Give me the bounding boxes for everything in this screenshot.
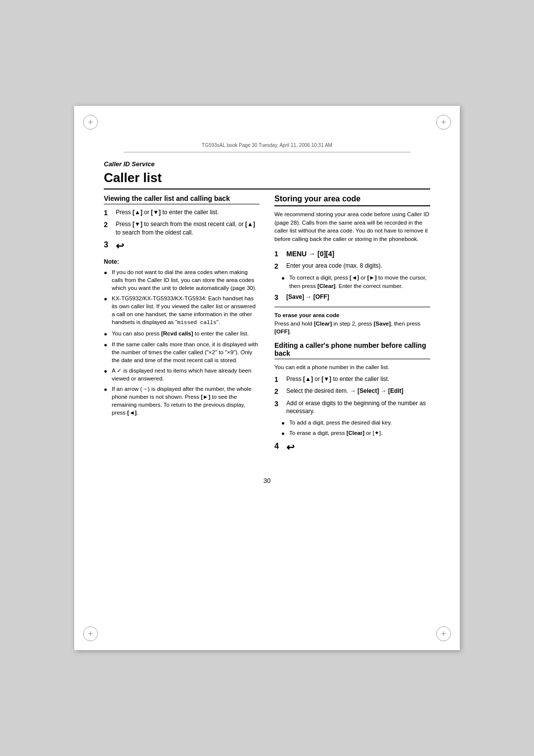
edit-bullet-1: ● To add a digit, press the desired dial…: [281, 419, 430, 427]
note-bullet-6: ● If an arrow (→) is displayed after the…: [104, 385, 260, 417]
edit-step-3-number: 3: [274, 399, 283, 408]
edit-step-2: 2 Select the desired item. → [Select] → …: [274, 387, 430, 396]
storing-intro: We recommend storing your area code befo…: [274, 210, 430, 243]
step-1-text: Press [▲] or [▼] to enter the caller lis…: [116, 208, 260, 217]
crop-mark-br: [436, 626, 451, 641]
step-1-number: 1: [104, 208, 113, 217]
section-header: Caller ID Service: [104, 160, 155, 168]
edit-step-2-number: 2: [274, 387, 283, 396]
storing-step-2-bullet: ● To correct a digit, press [◄] or [►] t…: [281, 274, 430, 289]
erase-text: Press and hold [Clear] in step 2, press …: [274, 320, 430, 335]
step-3-number: 3: [104, 240, 113, 250]
bullet-2-dot: ●: [104, 295, 110, 303]
edit-step-4-number: 4: [274, 441, 283, 452]
left-column: Viewing the caller list and calling back…: [104, 194, 260, 457]
edit-step-4: 4 ↩: [274, 441, 430, 454]
edit-step-3-text: Add or erase digits to the beginning of …: [286, 399, 430, 416]
edit-bullet-1-text: To add a digit, press the desired dial k…: [289, 419, 430, 426]
step-3: 3 ↩: [104, 240, 260, 253]
save-step-number: 3: [274, 293, 283, 302]
menu-step-1-text: MENU → [0][4]: [286, 249, 430, 259]
edit-bullet-2-dot: ●: [281, 429, 287, 437]
document-page: TG593xAL.book Page 30 Tuesday, April 11,…: [74, 106, 460, 650]
edit-step-1: 1 Press [▲] or [▼] to enter the caller l…: [274, 375, 430, 384]
edit-step-1-number: 1: [274, 375, 283, 384]
note-title: Note:: [104, 258, 260, 266]
content-area: TG593xAL.book Page 30 Tuesday, April 11,…: [74, 106, 460, 472]
note-2-text: KX-TG5932/KX-TG5933/KX-TG5934: Each hand…: [112, 294, 260, 327]
edit-step-4-icon: ↩: [286, 440, 430, 454]
storing-step-2-text: Enter your area code (max. 8 digits).: [286, 262, 430, 270]
storing-step-2: 2 Enter your area code (max. 8 digits).: [274, 262, 430, 271]
bullet-5-dot: ●: [104, 367, 110, 375]
step-2-number: 2: [104, 220, 113, 229]
bullet-3-dot: ●: [104, 330, 110, 338]
note-bullet-2: ● KX-TG5932/KX-TG5933/KX-TG5934: Each ha…: [104, 294, 260, 327]
crop-mark-tl: [83, 115, 98, 130]
main-title: Caller list: [104, 170, 430, 189]
save-step-text: [Save] → [OFF]: [286, 293, 430, 301]
note-bullet-3: ● You can also press [Rcvd calls] to ent…: [104, 330, 260, 338]
step-1: 1 Press [▲] or [▼] to enter the caller l…: [104, 208, 260, 217]
menu-step-1: 1 MENU → [0][4]: [274, 249, 430, 259]
divider-1: [274, 307, 430, 307]
step-2-text: Press [▼] to search from the most recent…: [116, 220, 260, 237]
storing-bullet-text: To correct a digit, press [◄] or [►] to …: [289, 274, 430, 289]
page-number: 30: [74, 472, 460, 494]
note-section: Note: ● If you do not want to dial the a…: [104, 258, 260, 417]
editing-title: Editing a caller's phone number before c…: [274, 341, 430, 359]
note-5-text: A ✓ is displayed next to items which hav…: [112, 367, 260, 382]
right-column: Storing your area code We recommend stor…: [274, 194, 430, 457]
note-bullet-5: ● A ✓ is displayed next to items which h…: [104, 367, 260, 382]
edit-bullet-1-dot: ●: [281, 419, 287, 427]
step-2: 2 Press [▼] to search from the most rece…: [104, 220, 260, 237]
menu-step-1-number: 1: [274, 249, 283, 258]
edit-bullet-2: ● To erase a digit, press [Clear] or [✦]…: [281, 429, 430, 437]
crop-mark-bl: [83, 626, 98, 641]
viewing-title: Viewing the caller list and calling back: [104, 194, 260, 204]
storing-title: Storing your area code: [274, 194, 430, 206]
edit-step-2-text: Select the desired item. → [Select] → [E…: [286, 387, 430, 395]
note-3-text: You can also press [Rcvd calls] to enter…: [112, 330, 260, 337]
note-1-text: If you do not want to dial the area code…: [112, 268, 260, 292]
meta-line: TG593xAL.book Page 30 Tuesday, April 11,…: [124, 113, 410, 152]
bullet-1-dot: ●: [104, 269, 110, 277]
crop-mark-tr: [436, 115, 451, 130]
edit-step-3: 3 Add or erase digits to the beginning o…: [274, 399, 430, 416]
erase-title: To erase your area code: [274, 312, 430, 318]
editing-intro: You can edit a phone number in the calle…: [274, 363, 430, 371]
storing-bullet-dot: ●: [281, 274, 287, 282]
note-bullet-1: ● If you do not want to dial the area co…: [104, 268, 260, 292]
note-4-text: If the same caller calls more than once,…: [112, 340, 260, 364]
note-6-text: If an arrow (→) is displayed after the n…: [112, 385, 260, 417]
edit-bullet-2-text: To erase a digit, press [Clear] or [✦].: [289, 429, 430, 437]
step-3-icon: ↩: [116, 239, 260, 253]
storing-step-2-number: 2: [274, 262, 283, 271]
bullet-4-dot: ●: [104, 341, 110, 349]
bullet-6-dot: ●: [104, 385, 110, 393]
save-step: 3 [Save] → [OFF]: [274, 293, 430, 302]
edit-step-1-text: Press [▲] or [▼] to enter the caller lis…: [286, 375, 430, 383]
note-bullet-4: ● If the same caller calls more than onc…: [104, 340, 260, 364]
two-column-layout: Viewing the caller list and calling back…: [104, 194, 430, 457]
